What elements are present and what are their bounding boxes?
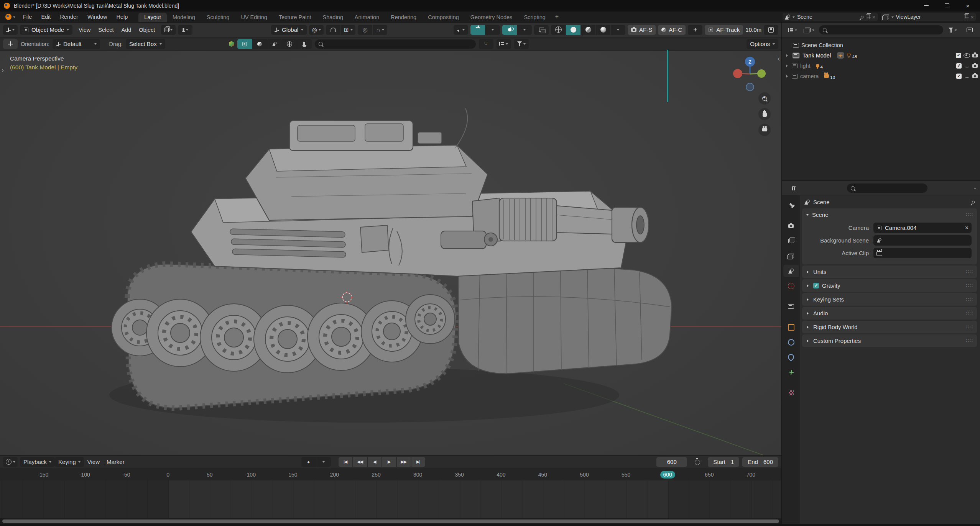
filter-world-toggle[interactable] xyxy=(282,39,297,49)
tank-model-row[interactable]: Tank Model ▽ 48 ✓ xyxy=(786,50,978,61)
camera-collection-row[interactable]: camera 10 ✓ xyxy=(786,71,978,81)
playhead-line[interactable] xyxy=(667,50,668,102)
header-extra-dropdown-1[interactable] xyxy=(161,25,176,35)
workspace-tab[interactable]: Sculpting xyxy=(201,13,235,22)
current-frame-field[interactable]: 600 xyxy=(656,457,687,467)
navigation-gizmo[interactable]: Z xyxy=(727,56,773,95)
light-collection-row[interactable]: light 4 ✓ xyxy=(786,61,978,71)
af-c-button[interactable]: AF-C xyxy=(658,25,686,35)
ruler-label[interactable]: 450 xyxy=(522,469,564,480)
menu-item[interactable]: Edit xyxy=(36,14,55,20)
editor-type-button[interactable] xyxy=(3,25,18,35)
workspace-tab[interactable]: Rendering xyxy=(385,13,422,22)
ruler-label[interactable]: 350 xyxy=(439,469,480,480)
tab-constraints[interactable] xyxy=(783,351,799,363)
timeline-editor-type-button[interactable] xyxy=(3,457,18,467)
proportional-falloff-dropdown[interactable]: ∩ xyxy=(373,25,387,35)
expand-arrow-icon[interactable] xyxy=(786,64,789,67)
drag-handle[interactable]: ∷∷ xyxy=(966,297,973,302)
shading-solid-button[interactable] xyxy=(566,25,580,35)
render-visibility-icon[interactable] xyxy=(972,74,978,78)
properties-editor-type-button[interactable] xyxy=(786,183,801,193)
properties-panel[interactable]: ✓ Gravity ∷∷ xyxy=(802,279,977,292)
selectable-checkbox[interactable]: ✓ xyxy=(956,74,962,79)
sidebar-collapse-icon[interactable]: ‹ xyxy=(778,55,780,63)
outliner-search-input[interactable] xyxy=(830,26,939,33)
transform-orientation-dropdown[interactable]: Global xyxy=(271,25,307,35)
pin-icon[interactable] xyxy=(860,15,864,19)
play-reverse-button[interactable]: ◀ xyxy=(368,457,381,467)
scene-selector[interactable]: Scene × xyxy=(783,13,878,21)
end-frame-field[interactable]: End 600 xyxy=(742,457,778,467)
drag-handle[interactable]: ∷∷ xyxy=(966,310,973,316)
expand-arrow-icon[interactable] xyxy=(786,75,789,78)
scrollbar-handle[interactable] xyxy=(2,519,779,523)
previous-keyframe-button[interactable]: ◀◀ xyxy=(353,457,367,467)
active-clip-field[interactable] xyxy=(873,248,972,258)
camera-view-button[interactable] xyxy=(758,124,771,136)
workspace-tab[interactable]: Texture Paint xyxy=(273,13,317,22)
timeline-menu-item[interactable]: Marker xyxy=(103,457,128,467)
menu-item[interactable]: Window xyxy=(83,14,112,20)
gizmos-dropdown[interactable] xyxy=(485,25,500,35)
af-s-button[interactable]: AF-S xyxy=(628,25,656,35)
viewport-menu-item[interactable]: Add xyxy=(118,27,135,33)
maximize-button[interactable] xyxy=(939,0,955,11)
timeline-track-area[interactable] xyxy=(0,480,781,518)
gizmo-y-axis[interactable] xyxy=(757,69,766,78)
properties-panel[interactable]: ✓ Rigid Body World ∷∷ xyxy=(802,321,977,333)
viewport-menu-item[interactable]: Select xyxy=(94,27,117,33)
tab-world[interactable] xyxy=(783,280,799,292)
viewport-3d[interactable]: Camera Perspective (600) Tank Model | Em… xyxy=(0,51,781,455)
orientation-dropdown[interactable]: Default xyxy=(53,39,100,49)
shading-wireframe-button[interactable] xyxy=(551,25,566,35)
properties-panel[interactable]: ✓ Custom Properties ∷∷ xyxy=(802,334,977,347)
pan-button[interactable] xyxy=(758,108,771,120)
play-button[interactable]: ▶ xyxy=(382,457,396,467)
workspace-tab[interactable]: Geometry Nodes xyxy=(465,13,518,22)
overlays-dropdown[interactable] xyxy=(517,25,532,35)
falloff-curve-button[interactable]: ∩ xyxy=(479,39,493,49)
zoom-button[interactable] xyxy=(758,92,771,105)
ruler-label[interactable]: 150 xyxy=(272,469,314,480)
menu-item[interactable]: File xyxy=(18,14,36,20)
workspace-tab[interactable]: Compositing xyxy=(422,13,465,22)
visibility-eye-closed-icon[interactable] xyxy=(964,74,970,78)
mode-dropdown[interactable]: Object Mode xyxy=(20,25,72,35)
drag-handle[interactable]: ∷∷ xyxy=(966,338,973,344)
header-extra-dropdown-2[interactable] xyxy=(178,25,192,35)
properties-options-dropdown[interactable] xyxy=(974,188,976,190)
tab-collection[interactable] xyxy=(783,300,799,313)
properties-search-field[interactable] xyxy=(847,184,927,193)
background-scene-field[interactable] xyxy=(873,235,972,246)
filter-scene-toggle[interactable] xyxy=(267,39,282,49)
search-input[interactable] xyxy=(326,41,472,48)
start-frame-field[interactable]: Start 1 xyxy=(708,457,739,467)
ruler-label[interactable]: 200 xyxy=(314,469,355,480)
ruler-label[interactable]: 700 xyxy=(730,469,772,480)
outliner-editor-type-button[interactable] xyxy=(785,25,800,35)
drag-handle[interactable]: ∷∷ xyxy=(966,269,973,275)
tab-tool[interactable] xyxy=(783,199,799,211)
show-gizmo-dropdown[interactable] xyxy=(454,25,468,35)
filter-dropdown[interactable] xyxy=(514,39,529,49)
outliner-display-mode-dropdown[interactable] xyxy=(802,25,817,35)
timeline-scrollbar[interactable] xyxy=(0,518,781,524)
pivot-point-dropdown[interactable]: ◎ xyxy=(309,25,324,35)
tab-render[interactable] xyxy=(783,220,799,232)
filter-object-toggle[interactable] xyxy=(237,39,252,49)
delete-scene-icon[interactable]: × xyxy=(872,14,876,20)
blender-menu-button[interactable] xyxy=(3,12,18,22)
scene-panel-header[interactable]: Scene ∷∷ xyxy=(802,208,977,221)
render-visibility-icon[interactable] xyxy=(972,54,978,57)
delete-viewlayer-icon[interactable]: × xyxy=(970,14,974,20)
timeline-ruler[interactable]: -150-100-5005010015020025030035040045050… xyxy=(0,469,781,480)
visibility-eye-closed-icon[interactable] xyxy=(964,64,970,67)
close-button[interactable]: × xyxy=(959,0,976,11)
camera-field[interactable]: Camera.004 × xyxy=(873,223,972,233)
tab-object-data[interactable] xyxy=(783,366,799,378)
workspace-tab[interactable]: Modeling xyxy=(167,13,201,22)
workspace-tab[interactable]: Layout xyxy=(138,13,167,22)
toolbar-expand-icon[interactable]: › xyxy=(2,66,4,74)
workspace-tab[interactable]: + xyxy=(551,12,562,22)
